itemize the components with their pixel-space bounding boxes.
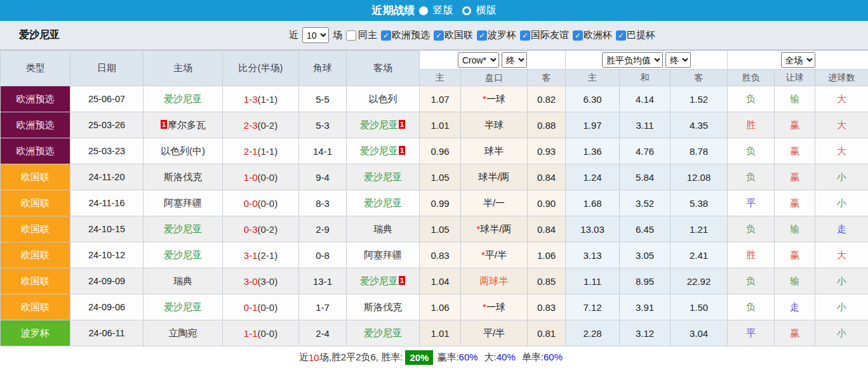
- view-option-vertical[interactable]: 竖版: [433, 4, 453, 17]
- match-date: 24-10-12: [70, 242, 144, 268]
- corner-count: 2-9: [299, 216, 347, 242]
- team-name[interactable]: 以色列(中): [161, 145, 205, 156]
- team-name[interactable]: 爱沙尼亚: [364, 197, 402, 208]
- team-name[interactable]: 立陶宛: [169, 327, 197, 338]
- handicap-line-text: 平/半: [483, 327, 505, 338]
- team-name[interactable]: 爱沙尼亚: [164, 301, 202, 312]
- team-name[interactable]: 摩尔多瓦: [168, 119, 206, 130]
- full-time-score: 0-3: [244, 224, 258, 235]
- team-name[interactable]: 阿塞拜疆: [164, 197, 202, 208]
- team-name[interactable]: 爱沙尼亚: [360, 145, 398, 156]
- win-loss-result: 负: [728, 164, 775, 190]
- handicap-result: 输: [775, 86, 815, 112]
- handicap-result: 赢: [775, 112, 815, 138]
- handicap-home-odds: 1.01: [420, 320, 461, 346]
- avg-draw-odds: 3.11: [620, 112, 671, 138]
- win-loss-result: 负: [728, 268, 775, 294]
- radio-unselected-icon[interactable]: [462, 6, 471, 15]
- team-name[interactable]: 斯洛伐克: [164, 171, 202, 182]
- handicap-line-cell: *平/半: [461, 242, 528, 268]
- handicap-home-odds: 0.99: [420, 190, 461, 216]
- team-name[interactable]: 爱沙尼亚: [364, 171, 402, 182]
- near-count-select[interactable]: 10: [302, 27, 329, 43]
- handicap-home-odds: 0.96: [420, 138, 461, 164]
- home-team-cell: 爱沙尼亚: [144, 294, 223, 320]
- handicap-away-odds: 0.85: [528, 268, 566, 294]
- handicap-home-odds: 1.06: [420, 294, 461, 320]
- stat-item-0: 赢率:60%: [437, 352, 477, 364]
- handicap-line-cell: 半球: [461, 112, 528, 138]
- league-label-0: 欧洲预选: [392, 29, 430, 41]
- competition-type: 欧洲预选: [1, 138, 70, 164]
- handicap-home-odds: 1.05: [420, 216, 461, 242]
- team-name[interactable]: 爱沙尼亚: [164, 223, 202, 234]
- stat-item-2: 单率:60%: [522, 352, 563, 364]
- away-team-cell: 爱沙尼亚: [347, 320, 420, 346]
- half-time-score: (0-0): [258, 302, 278, 313]
- goals-result: 大: [815, 242, 868, 268]
- competition-type: 欧国联: [1, 268, 70, 294]
- competition-type: 欧洲预选: [1, 86, 70, 112]
- radio-selected-icon[interactable]: [419, 6, 428, 15]
- avg-draw-odds: 5.84: [620, 164, 671, 190]
- win-loss-result: 平: [728, 320, 775, 346]
- home-team-cell: 立陶宛: [144, 320, 223, 346]
- handicap-line-cell: *一球: [461, 294, 528, 320]
- competition-type: 欧国联: [1, 190, 70, 216]
- team-name[interactable]: 阿塞拜疆: [364, 249, 402, 260]
- team-name[interactable]: 爱沙尼亚: [364, 327, 402, 338]
- team-name[interactable]: 斯洛伐克: [364, 301, 402, 312]
- win-rate-badge: 20%: [405, 350, 433, 365]
- away-team-cell: 爱沙尼亚: [347, 190, 420, 216]
- match-row: 欧洲预选25-06-07爱沙尼亚1-3(1-1)5-5以色列1.07*一球0.8…: [1, 86, 868, 112]
- bookmaker-time-select[interactable]: 终: [502, 52, 527, 68]
- avg-type-select[interactable]: 胜平负均值: [602, 52, 663, 68]
- match-date: 24-09-09: [70, 268, 144, 294]
- bookmaker-select[interactable]: Crow*: [458, 52, 499, 68]
- view-option-horizontal[interactable]: 横版: [476, 4, 497, 17]
- corner-count: 5-5: [299, 86, 347, 112]
- team-name[interactable]: 瑞典: [173, 275, 192, 286]
- subheader-avg-draw: 和: [620, 70, 671, 86]
- same-host-label: 同主: [358, 29, 377, 41]
- match-date: 25-03-23: [70, 138, 144, 164]
- league-checkbox-1[interactable]: ✓: [434, 30, 444, 41]
- league-checkbox-2[interactable]: ✓: [477, 30, 487, 41]
- scope-select[interactable]: 全场: [781, 52, 815, 68]
- win-loss-result: 胜: [728, 112, 775, 138]
- competition-type: 欧国联: [1, 216, 70, 242]
- handicap-result: 走: [775, 294, 815, 320]
- team-name[interactable]: 以色列: [369, 93, 397, 104]
- team-name[interactable]: 爱沙尼亚: [164, 249, 202, 260]
- match-row: 欧国联24-09-09瑞典3-0(3-0)13-1爱沙尼亚11.04两球半0.8…: [1, 268, 868, 294]
- handicap-home-odds: 0.83: [420, 242, 461, 268]
- team-name[interactable]: 瑞典: [373, 223, 392, 234]
- summary-footer: 近 10 场,胜2平2负6, 胜率: 20% 赢率:60% 大:40% 单率:6…: [0, 346, 868, 368]
- league-checkbox-4[interactable]: ✓: [573, 30, 583, 41]
- league-checkbox-3[interactable]: ✓: [520, 30, 530, 41]
- full-time-score: 1-0: [244, 172, 258, 183]
- league-checkbox-5[interactable]: ✓: [616, 30, 626, 41]
- away-team-cell: 以色列: [347, 86, 420, 112]
- team-name[interactable]: 爱沙尼亚: [360, 275, 398, 286]
- league-checkbox-0[interactable]: ✓: [381, 30, 391, 41]
- handicap-line-text: 一球: [486, 301, 505, 312]
- col-header-corner: 角球: [299, 51, 347, 86]
- league-label-1: 欧国联: [444, 29, 473, 41]
- team-name[interactable]: 爱沙尼亚: [164, 93, 202, 104]
- score-cell: 2-1(1-1): [223, 138, 299, 164]
- avg-time-select[interactable]: 终: [665, 52, 691, 68]
- red-card-badge: 1: [161, 120, 167, 129]
- handicap-line-cell: 半/一: [461, 190, 528, 216]
- avg-away-odds: 4.35: [671, 112, 728, 138]
- col-header-date: 日期: [70, 51, 144, 86]
- avg-away-odds: 5.38: [671, 190, 728, 216]
- red-card-badge: 1: [399, 276, 405, 285]
- same-host-checkbox[interactable]: [346, 30, 356, 41]
- avg-draw-odds: 3.52: [620, 190, 671, 216]
- avg-group-header: 胜平负均值 终: [566, 51, 728, 70]
- score-cell: 3-1(2-1): [223, 242, 299, 268]
- team-name[interactable]: 爱沙尼亚: [360, 119, 398, 130]
- handicap-away-odds: 1.06: [528, 242, 566, 268]
- avg-draw-odds: 4.76: [620, 138, 671, 164]
